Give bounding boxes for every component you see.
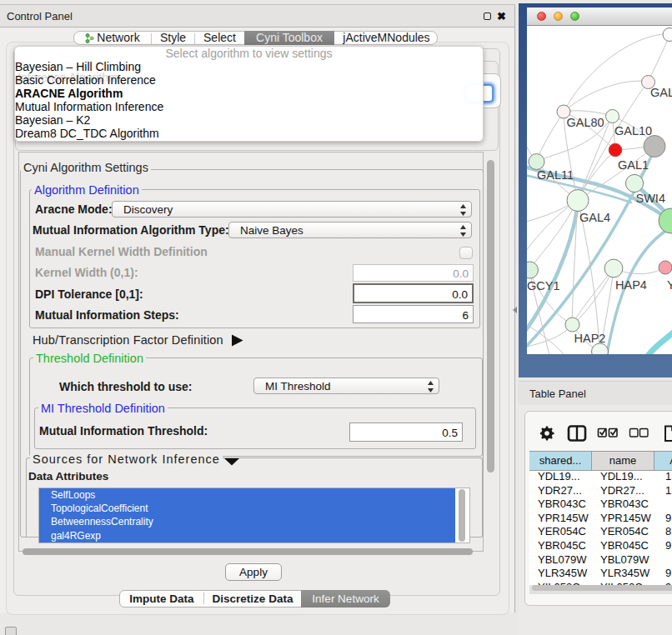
svg-text:HAP2: HAP2 [574, 332, 606, 345]
svg-text:SWI4: SWI4 [636, 192, 665, 205]
svg-text:GAL11: GAL11 [537, 168, 574, 182]
svg-text:GCY1: GCY1 [527, 279, 560, 292]
svg-text:GAL80: GAL80 [567, 116, 604, 129]
svg-text:GAL10: GAL10 [614, 124, 652, 138]
svg-text:HAP4: HAP4 [615, 278, 647, 292]
svg-text:GAL1: GAL1 [618, 158, 649, 172]
svg-text:GAL7: GAL7 [650, 86, 672, 99]
svg-text:Y: Y [667, 278, 672, 292]
svg-text:GAL4: GAL4 [579, 211, 610, 224]
